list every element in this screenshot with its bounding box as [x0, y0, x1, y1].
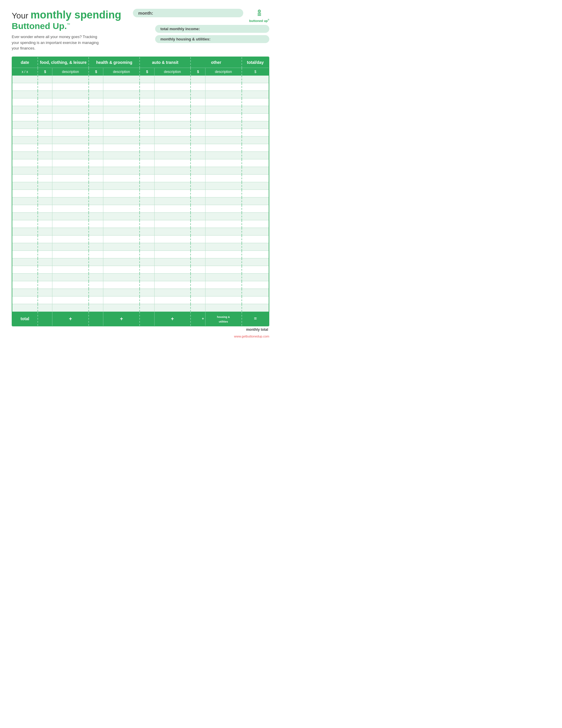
cell-other-dollar[interactable]: [191, 296, 205, 304]
cell-total-day[interactable]: [242, 289, 269, 296]
cell-date[interactable]: [12, 304, 38, 312]
cell-auto-desc[interactable]: [154, 304, 191, 312]
cell-date[interactable]: [12, 213, 38, 220]
cell-date[interactable]: [12, 83, 38, 91]
cell-other-dollar[interactable]: [191, 190, 205, 197]
cell-other-desc[interactable]: [205, 266, 242, 274]
cell-auto-desc[interactable]: [154, 114, 191, 121]
cell-auto-dollar[interactable]: [140, 274, 154, 281]
cell-total-day[interactable]: [242, 220, 269, 228]
cell-other-dollar[interactable]: [191, 228, 205, 236]
cell-health-dollar[interactable]: [89, 243, 103, 251]
cell-total-day[interactable]: [242, 121, 269, 129]
table-row[interactable]: [12, 205, 269, 213]
cell-auto-dollar[interactable]: [140, 296, 154, 304]
cell-total-day[interactable]: [242, 76, 269, 83]
cell-health-desc[interactable]: [103, 137, 140, 144]
cell-food-dollar[interactable]: [38, 274, 52, 281]
cell-health-desc[interactable]: [103, 190, 140, 197]
cell-total-day[interactable]: [242, 243, 269, 251]
cell-auto-desc[interactable]: [154, 129, 191, 137]
cell-auto-dollar[interactable]: [140, 205, 154, 213]
cell-other-desc[interactable]: [205, 281, 242, 289]
cell-health-dollar[interactable]: [89, 251, 103, 258]
cell-total-day[interactable]: [242, 205, 269, 213]
cell-food-desc[interactable]: [52, 258, 89, 266]
cell-other-desc[interactable]: [205, 121, 242, 129]
cell-total-day[interactable]: [242, 137, 269, 144]
cell-food-dollar[interactable]: [38, 205, 52, 213]
cell-auto-dollar[interactable]: [140, 289, 154, 296]
cell-auto-dollar[interactable]: [140, 91, 154, 98]
cell-other-dollar[interactable]: [191, 129, 205, 137]
cell-total-day[interactable]: [242, 175, 269, 182]
cell-health-dollar[interactable]: [89, 296, 103, 304]
cell-food-dollar[interactable]: [38, 197, 52, 205]
cell-other-desc[interactable]: [205, 152, 242, 159]
cell-date[interactable]: [12, 137, 38, 144]
cell-food-desc[interactable]: [52, 98, 89, 106]
cell-food-desc[interactable]: [52, 274, 89, 281]
cell-other-desc[interactable]: [205, 258, 242, 266]
cell-health-dollar[interactable]: [89, 289, 103, 296]
cell-total-day[interactable]: [242, 167, 269, 175]
cell-food-desc[interactable]: [52, 190, 89, 197]
cell-other-desc[interactable]: [205, 182, 242, 190]
cell-date[interactable]: [12, 175, 38, 182]
cell-auto-desc[interactable]: [154, 106, 191, 114]
cell-other-dollar[interactable]: [191, 167, 205, 175]
cell-other-dollar[interactable]: [191, 152, 205, 159]
cell-health-dollar[interactable]: [89, 304, 103, 312]
cell-auto-desc[interactable]: [154, 220, 191, 228]
cell-auto-dollar[interactable]: [140, 114, 154, 121]
table-row[interactable]: [12, 83, 269, 91]
cell-other-desc[interactable]: [205, 98, 242, 106]
cell-auto-desc[interactable]: [154, 159, 191, 167]
cell-total-day[interactable]: [242, 91, 269, 98]
cell-health-desc[interactable]: [103, 258, 140, 266]
cell-total-day[interactable]: [242, 98, 269, 106]
cell-other-desc[interactable]: [205, 213, 242, 220]
cell-health-desc[interactable]: [103, 106, 140, 114]
cell-health-desc[interactable]: [103, 220, 140, 228]
cell-health-desc[interactable]: [103, 167, 140, 175]
cell-total-day[interactable]: [242, 190, 269, 197]
cell-health-dollar[interactable]: [89, 220, 103, 228]
cell-other-desc[interactable]: [205, 167, 242, 175]
cell-auto-desc[interactable]: [154, 152, 191, 159]
cell-total-day[interactable]: [242, 266, 269, 274]
cell-other-desc[interactable]: [205, 243, 242, 251]
cell-auto-desc[interactable]: [154, 121, 191, 129]
cell-auto-dollar[interactable]: [140, 304, 154, 312]
cell-total-day[interactable]: [242, 213, 269, 220]
cell-total-day[interactable]: [242, 129, 269, 137]
cell-health-desc[interactable]: [103, 83, 140, 91]
table-row[interactable]: [12, 236, 269, 243]
cell-health-desc[interactable]: [103, 228, 140, 236]
table-row[interactable]: [12, 281, 269, 289]
cell-other-dollar[interactable]: [191, 76, 205, 83]
cell-health-dollar[interactable]: [89, 76, 103, 83]
cell-auto-dollar[interactable]: [140, 236, 154, 243]
cell-food-desc[interactable]: [52, 266, 89, 274]
cell-other-dollar[interactable]: [191, 236, 205, 243]
table-row[interactable]: [12, 258, 269, 266]
cell-date[interactable]: [12, 190, 38, 197]
cell-date[interactable]: [12, 91, 38, 98]
cell-food-dollar[interactable]: [38, 243, 52, 251]
cell-total-day[interactable]: [242, 182, 269, 190]
cell-date[interactable]: [12, 76, 38, 83]
cell-food-desc[interactable]: [52, 152, 89, 159]
cell-food-desc[interactable]: [52, 182, 89, 190]
cell-health-dollar[interactable]: [89, 167, 103, 175]
table-row[interactable]: [12, 167, 269, 175]
table-row[interactable]: [12, 228, 269, 236]
cell-food-dollar[interactable]: [38, 251, 52, 258]
cell-auto-desc[interactable]: [154, 76, 191, 83]
cell-total-day[interactable]: [242, 152, 269, 159]
cell-food-dollar[interactable]: [38, 304, 52, 312]
cell-auto-desc[interactable]: [154, 266, 191, 274]
cell-other-dollar[interactable]: [191, 281, 205, 289]
cell-other-dollar[interactable]: [191, 121, 205, 129]
cell-other-desc[interactable]: [205, 129, 242, 137]
